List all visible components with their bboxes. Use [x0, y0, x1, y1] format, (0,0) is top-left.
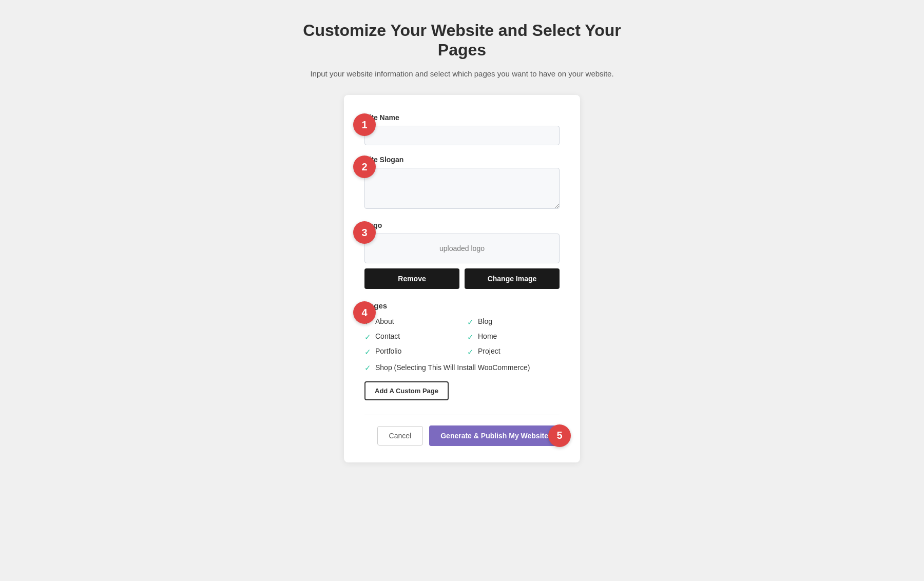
- cancel-button[interactable]: Cancel: [377, 426, 424, 446]
- check-icon-portfolio: ✓: [364, 347, 371, 357]
- add-custom-page-button[interactable]: Add A Custom Page: [364, 381, 449, 400]
- check-icon-home: ✓: [467, 333, 474, 342]
- step-badge-3: 3: [353, 221, 376, 244]
- logo-preview-text: uploaded logo: [439, 244, 485, 253]
- page-label-blog: Blog: [478, 317, 492, 325]
- step-badge-2: 2: [353, 156, 376, 178]
- form-card: 1 Site Name 2 Site Slogan 3 Logo uploade…: [344, 95, 580, 462]
- page-item-blog[interactable]: ✓ Blog: [467, 317, 560, 327]
- remove-button[interactable]: Remove: [364, 268, 459, 289]
- logo-button-row: Remove Change Image: [364, 268, 560, 289]
- page-title: Customize Your Website and Select Your P…: [282, 21, 642, 60]
- change-image-button[interactable]: Change Image: [465, 268, 560, 289]
- check-icon-blog: ✓: [467, 318, 474, 327]
- page-item-shop[interactable]: ✓ Shop (Selecting This Will Install WooC…: [364, 363, 560, 373]
- site-slogan-input[interactable]: [364, 168, 560, 209]
- logo-label: Logo: [364, 221, 560, 229]
- site-name-input[interactable]: [364, 126, 560, 145]
- check-icon-shop: ✓: [364, 363, 371, 373]
- page-item-project[interactable]: ✓ Project: [467, 347, 560, 357]
- page-label-portfolio: Portfolio: [375, 347, 401, 355]
- site-slogan-field-group: 2 Site Slogan: [364, 156, 560, 211]
- site-name-label: Site Name: [364, 113, 560, 122]
- page-label-contact: Contact: [375, 332, 400, 340]
- logo-preview: uploaded logo: [364, 234, 560, 263]
- publish-button[interactable]: Generate & Publish My Website: [429, 425, 560, 446]
- pages-section: 4 Pages ✓ About ✓ Blog ✓ Contact ✓ Home …: [364, 301, 560, 400]
- step-badge-4: 4: [353, 301, 376, 324]
- page-item-about[interactable]: ✓ About: [364, 317, 457, 327]
- pages-grid: ✓ About ✓ Blog ✓ Contact ✓ Home ✓ Portfo…: [364, 317, 560, 357]
- form-footer: Cancel Generate & Publish My Website 5: [364, 415, 560, 446]
- site-slogan-label: Site Slogan: [364, 156, 560, 164]
- page-label-home: Home: [478, 332, 497, 340]
- page-subtitle: Input your website information and selec…: [282, 68, 642, 80]
- page-label-shop: Shop (Selecting This Will Install WooCom…: [375, 363, 530, 373]
- step-badge-1: 1: [353, 113, 376, 136]
- logo-field-group: 3 Logo uploaded logo Remove Change Image: [364, 221, 560, 289]
- pages-label: Pages: [364, 301, 560, 310]
- page-label-about: About: [375, 317, 394, 325]
- page-item-home[interactable]: ✓ Home: [467, 332, 560, 342]
- page-item-portfolio[interactable]: ✓ Portfolio: [364, 347, 457, 357]
- check-icon-project: ✓: [467, 347, 474, 357]
- page-header: Customize Your Website and Select Your P…: [282, 21, 642, 80]
- page-label-project: Project: [478, 347, 500, 355]
- page-item-contact[interactable]: ✓ Contact: [364, 332, 457, 342]
- step-badge-5: 5: [548, 424, 571, 447]
- check-icon-contact: ✓: [364, 333, 371, 342]
- site-name-field-group: 1 Site Name: [364, 113, 560, 145]
